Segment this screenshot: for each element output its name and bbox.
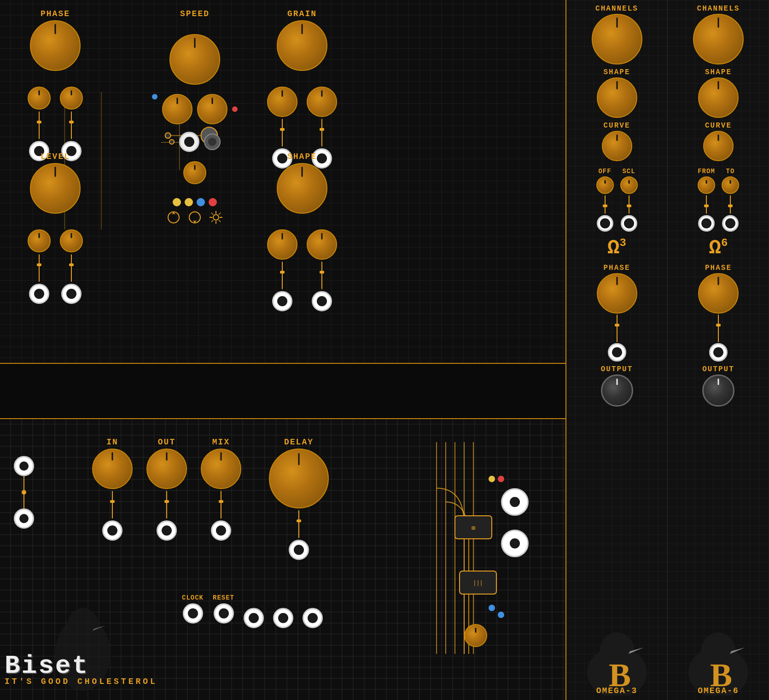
phase-sub-knob-1[interactable] xyxy=(28,87,51,110)
in-slider[interactable] xyxy=(112,491,113,519)
mix-slider[interactable] xyxy=(221,491,221,519)
phase-slider-1[interactable] xyxy=(39,111,40,139)
output-jack-1[interactable] xyxy=(501,488,529,516)
grain-sub-knob-1[interactable] xyxy=(267,87,297,117)
omega6-channels-knob[interactable] xyxy=(693,14,744,64)
delay-slider[interactable] xyxy=(298,510,299,538)
in-jack[interactable] xyxy=(102,520,122,541)
reset-jack[interactable] xyxy=(214,603,234,624)
omega6-to-slider[interactable] xyxy=(730,195,731,214)
extra-jack-3[interactable] xyxy=(303,608,323,628)
omega3-phase-knob[interactable] xyxy=(597,273,637,314)
omega3-shape-knob[interactable] xyxy=(597,77,637,118)
grain-slider-1[interactable] xyxy=(282,119,283,146)
omega3-off-knob[interactable] xyxy=(596,176,614,194)
omega6-to-knob[interactable] xyxy=(722,176,739,194)
grain-sub-knob-2[interactable] xyxy=(307,87,337,117)
in-main-knob[interactable] xyxy=(92,449,133,489)
omega6-shape-knob[interactable] xyxy=(698,77,739,118)
shape-jack-1[interactable] xyxy=(272,291,292,311)
input-jack-1[interactable] xyxy=(14,456,34,476)
shape-sub-knob-1[interactable] xyxy=(267,229,297,260)
level-jack-2[interactable] xyxy=(61,284,82,304)
out-jack[interactable] xyxy=(157,520,177,541)
delay-jack[interactable] xyxy=(289,540,309,560)
omega3-scl-jack[interactable] xyxy=(621,215,637,232)
shape-sub-knob-2[interactable] xyxy=(307,229,337,260)
grain-main-knob[interactable] xyxy=(277,20,327,71)
omega3-scl-slider[interactable] xyxy=(629,195,629,214)
svg-text:|||: ||| xyxy=(473,580,483,586)
omega3-output-label: OUTPUT xyxy=(601,365,633,373)
omega3-phase-jack[interactable] xyxy=(608,343,626,362)
phase-slider-2[interactable] xyxy=(71,111,72,139)
omega3-scl-knob[interactable] xyxy=(620,176,638,194)
speed-main-knob[interactable] xyxy=(169,34,220,85)
shape-jack-2[interactable] xyxy=(312,291,332,311)
clock-jack[interactable] xyxy=(183,603,203,624)
mix-jack[interactable] xyxy=(211,520,231,541)
omega3-off-slider[interactable] xyxy=(605,195,606,214)
routing-knob[interactable] xyxy=(464,624,487,647)
omega6-phase-group: PHASE xyxy=(698,264,739,362)
level-slider-1[interactable] xyxy=(39,254,40,282)
shape-label: SHAPE xyxy=(287,152,317,161)
level-slider-2[interactable] xyxy=(71,254,72,282)
svg-point-28 xyxy=(489,605,495,611)
omega6-curve-group: CURVE xyxy=(703,122,734,161)
level-sub-knob-2[interactable] xyxy=(60,229,83,252)
omega6-curve-knob[interactable] xyxy=(703,131,734,161)
shape-main-knob[interactable] xyxy=(277,163,327,214)
omega6-shape-label: SHAPE xyxy=(705,68,732,76)
speed-sub-knob-3[interactable] xyxy=(183,161,206,184)
speed-sub-knob-1[interactable] xyxy=(162,94,192,124)
speed-label: SPEED xyxy=(180,9,210,18)
out-main-knob[interactable] xyxy=(146,449,187,489)
chain-wire-1 xyxy=(23,476,24,490)
extra-jack-1[interactable] xyxy=(244,608,264,628)
left-panel: PHASE xyxy=(0,0,566,700)
omega6-phase-jack[interactable] xyxy=(709,343,728,362)
out-slider[interactable] xyxy=(166,491,167,519)
omega6-from-jack[interactable] xyxy=(698,215,715,232)
clock-label: CLOCK xyxy=(182,594,204,601)
omega3-curve-knob[interactable] xyxy=(602,131,632,161)
level-jack-1[interactable] xyxy=(29,284,49,304)
omega6-brand-name: OMEGA-6 xyxy=(698,686,739,695)
phase-sub-knob-2[interactable] xyxy=(60,87,83,110)
level-main-knob[interactable] xyxy=(30,163,81,214)
omega3-curve-label: CURVE xyxy=(603,122,630,130)
omega3-off-jack[interactable] xyxy=(597,215,613,232)
omega6-phase-knob[interactable] xyxy=(698,273,739,314)
clock-reset-section: CLOCK RESET xyxy=(182,594,323,628)
omega6-from-slider[interactable] xyxy=(706,195,707,214)
extra-jack-2[interactable] xyxy=(273,608,293,628)
omega6-to-jack[interactable] xyxy=(722,215,739,232)
middle-section xyxy=(0,364,565,419)
omega3-shape-label: SHAPE xyxy=(603,68,630,76)
omega6-output-label: OUTPUT xyxy=(702,365,734,373)
omega3-phase-slider[interactable] xyxy=(617,315,618,342)
omega6-from-knob[interactable] xyxy=(698,176,715,194)
input-jack-2[interactable] xyxy=(14,508,34,529)
delay-main-knob[interactable] xyxy=(269,449,329,508)
level-sub-knob-1[interactable] xyxy=(28,229,51,252)
svg-point-20 xyxy=(67,608,99,645)
omega6-to-group: TO xyxy=(722,168,739,232)
omega6-output-group: OUTPUT xyxy=(702,365,734,407)
phase-main-knob[interactable] xyxy=(30,20,81,71)
omega6-to-label: TO xyxy=(726,168,735,175)
speed-sub-knob-2[interactable] xyxy=(197,94,227,124)
omega3-channels-knob[interactable] xyxy=(592,14,642,64)
omega6-phase-slider[interactable] xyxy=(718,315,719,342)
grain-slider-2[interactable] xyxy=(321,119,322,146)
mix-main-knob[interactable] xyxy=(201,449,241,489)
omega3-output-knob[interactable] xyxy=(601,374,633,407)
omega6-footer: B OMEGA-6 xyxy=(668,612,769,700)
chain-wire-2 xyxy=(23,495,24,508)
omega6-from-group: FROM xyxy=(698,168,715,232)
shape-slider-1[interactable] xyxy=(282,262,283,289)
omega6-output-knob[interactable] xyxy=(702,374,734,407)
output-jack-2[interactable] xyxy=(501,530,529,557)
shape-slider-2[interactable] xyxy=(321,262,322,289)
